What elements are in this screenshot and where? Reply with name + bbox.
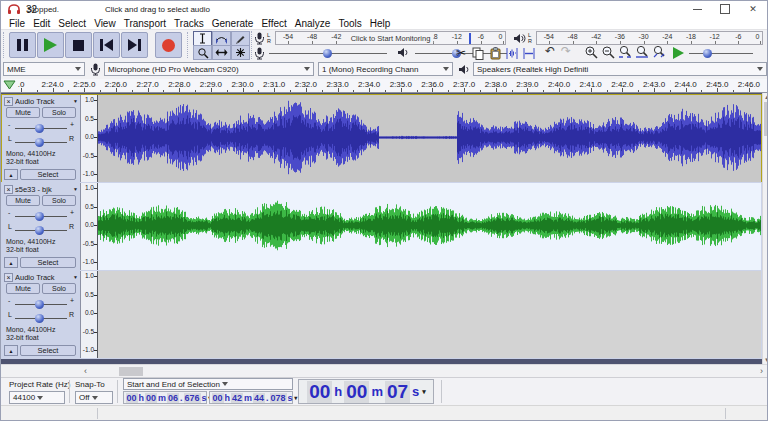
recording-channels-select[interactable]: 1 (Mono) Recording Chann (318, 62, 453, 76)
pause-button[interactable] (9, 32, 36, 58)
track-close-button[interactable]: × (4, 273, 13, 282)
horizontal-scroll-thumb[interactable] (119, 367, 143, 376)
mute-button[interactable]: Mute (6, 283, 40, 294)
redo-button[interactable]: ↷ (561, 44, 571, 58)
copy-button[interactable] (470, 46, 486, 60)
scroll-up-arrow-icon[interactable]: ▲ (764, 94, 768, 100)
horizontal-scrollbar[interactable]: ‹ › (1, 364, 768, 377)
cut-button[interactable]: ✂ (453, 46, 469, 60)
stop-button[interactable] (65, 32, 92, 58)
pan-slider[interactable]: L R (6, 135, 76, 148)
collapse-button[interactable]: ▲ (4, 169, 18, 180)
undo-button[interactable]: ↶ (545, 44, 555, 58)
menu-select[interactable]: Select (54, 18, 90, 29)
track-name[interactable]: Audio Track (15, 97, 73, 106)
selection-start-field[interactable]: 00h00m06.676s▾ (123, 391, 207, 404)
paste-button[interactable] (487, 46, 503, 60)
tools-toolbar-grip[interactable] (187, 32, 190, 58)
menu-view[interactable]: View (90, 18, 120, 29)
timeline-pin-icon[interactable] (3, 80, 16, 91)
meter-monitoring-text[interactable]: Click to Start Monitoring (348, 34, 434, 43)
track-name[interactable]: s5e33 - bjk (15, 185, 73, 194)
gain-thumb[interactable] (35, 212, 44, 221)
menu-tracks[interactable]: Tracks (170, 18, 208, 29)
audio-host-select[interactable]: MME (3, 62, 85, 76)
track-name[interactable]: Audio Track (15, 273, 73, 282)
chevron-down-icon[interactable]: ▾ (422, 388, 426, 396)
gain-slider[interactable]: - + (6, 121, 76, 134)
selection-mode-select[interactable]: Start and End of Selection (123, 378, 293, 390)
project-rate-select[interactable]: 44100 (9, 391, 65, 404)
maximize-button[interactable] (711, 1, 739, 17)
zoom-tool-button[interactable] (193, 45, 212, 60)
draw-tool-button[interactable] (231, 31, 250, 46)
close-button[interactable]: ✕ (739, 1, 767, 17)
silence-audio-button[interactable] (521, 46, 537, 60)
gain-slider[interactable]: - + (6, 209, 76, 222)
collapse-button[interactable]: ▲ (4, 257, 18, 268)
menu-generate[interactable]: Generate (208, 18, 258, 29)
pan-slider[interactable]: L R (6, 311, 76, 324)
menu-file[interactable]: File (5, 18, 29, 29)
zoom-toggle-button[interactable] (651, 45, 667, 59)
recording-volume-thumb[interactable] (323, 49, 332, 58)
trim-audio-button[interactable] (504, 46, 520, 60)
menu-effect[interactable]: Effect (257, 18, 290, 29)
minimize-button[interactable] (683, 1, 711, 17)
mute-button[interactable]: Mute (6, 107, 40, 118)
menu-help[interactable]: Help (366, 18, 395, 29)
play-speed-thumb[interactable] (703, 49, 712, 58)
track-waveform[interactable] (98, 183, 761, 270)
menu-tools[interactable]: Tools (334, 18, 365, 29)
pan-thumb[interactable] (35, 226, 44, 235)
selection-end-field[interactable]: 00h42m44.078s▾ (209, 391, 293, 404)
menu-analyze[interactable]: Analyze (291, 18, 335, 29)
toolbar-grip[interactable] (3, 32, 6, 58)
track-waveform[interactable] (98, 95, 761, 182)
zoom-project-button[interactable] (634, 45, 650, 59)
scroll-right-arrow-icon[interactable]: › (760, 367, 763, 376)
solo-button[interactable]: Solo (42, 107, 76, 118)
gain-thumb[interactable] (35, 124, 44, 133)
snap-to-select[interactable]: Off (75, 391, 113, 404)
playback-device-select[interactable]: Speakers (Realtek High Definiti (473, 62, 767, 76)
select-button[interactable]: Select (20, 169, 76, 180)
zoom-out-button[interactable] (600, 45, 616, 59)
pan-thumb[interactable] (35, 314, 44, 323)
solo-button[interactable]: Solo (42, 283, 76, 294)
zoom-in-button[interactable] (583, 45, 599, 59)
vertical-scrollbar[interactable]: ▲ ▼ (762, 93, 768, 364)
solo-button[interactable]: Solo (42, 195, 76, 206)
track-waveform[interactable] (98, 271, 761, 358)
pan-thumb[interactable] (35, 138, 44, 147)
tracks-area[interactable]: × Audio Track ▼ Mute Solo - + L R Mono, … (1, 93, 762, 364)
track-menu-arrow-icon[interactable]: ▼ (73, 274, 78, 280)
play-at-speed-button[interactable] (673, 47, 684, 59)
select-button[interactable]: Select (20, 345, 76, 356)
skip-to-start-button[interactable] (93, 32, 120, 58)
track-close-button[interactable]: × (4, 185, 13, 194)
menu-transport[interactable]: Transport (120, 18, 170, 29)
envelope-tool-button[interactable] (212, 31, 231, 46)
audio-position-display[interactable]: 00h00m07s▾ (298, 379, 434, 404)
track-menu-arrow-icon[interactable]: ▼ (73, 98, 78, 104)
vertical-scroll-thumb[interactable] (764, 102, 768, 136)
timeline-ruler[interactable]: .02:24.02:25.02:26.02:27.02:28.02:29.02:… (1, 79, 767, 93)
playback-meter[interactable]: -54-48-42-36-30-24-18-12-60 (536, 31, 763, 45)
skip-to-end-button[interactable] (121, 32, 148, 58)
play-button[interactable] (37, 32, 64, 58)
scroll-down-arrow-icon[interactable]: ▼ (764, 357, 768, 363)
select-button[interactable]: Select (20, 257, 76, 268)
record-button[interactable] (155, 32, 182, 58)
zoom-selection-button[interactable] (617, 45, 633, 59)
time-shift-tool-button[interactable] (212, 45, 231, 60)
menu-edit[interactable]: Edit (29, 18, 54, 29)
recording-meter[interactable]: -54-48-42-18-12-60Click to Start Monitor… (275, 31, 506, 45)
collapse-button[interactable]: ▲ (4, 345, 18, 356)
scroll-left-arrow-icon[interactable]: ‹ (84, 367, 87, 376)
gain-slider[interactable]: - + (6, 297, 76, 310)
pan-slider[interactable]: L R (6, 223, 76, 236)
gain-thumb[interactable] (35, 300, 44, 309)
chevron-down-icon[interactable]: ▾ (294, 394, 297, 401)
mute-button[interactable]: Mute (6, 195, 40, 206)
